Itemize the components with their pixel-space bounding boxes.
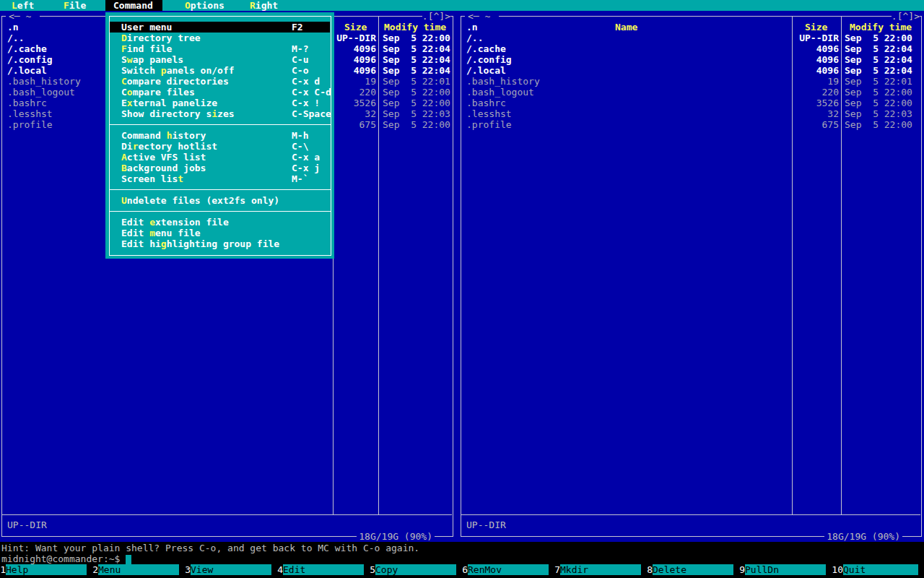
- menu-item-edit-menu-file[interactable]: Edit menu file: [110, 228, 330, 238]
- menubar-item-right[interactable]: Right: [250, 0, 278, 11]
- menu-item-label: Switch panels on/off: [121, 65, 235, 76]
- hotkey-letter: C: [121, 76, 127, 87]
- file-name[interactable]: /.config: [7, 54, 53, 65]
- fkey-button-9[interactable]: 9PullDn: [739, 564, 832, 575]
- menu-item-screen-list[interactable]: Screen listM-`: [110, 173, 330, 184]
- file-name[interactable]: /.config: [466, 54, 512, 65]
- file-name[interactable]: .bashrc: [466, 98, 506, 108]
- file-name[interactable]: /.cache: [7, 43, 47, 54]
- file-mtime: Sep 5 22:00: [383, 119, 450, 130]
- fkey-button-1[interactable]: 1Help: [0, 564, 92, 575]
- panel-scroll-marker[interactable]: .[^]>: [422, 11, 450, 22]
- command-menu-dropdown: User menuF2Directory treeFind fileM-?Swa…: [105, 12, 334, 259]
- menu-item-switch-panels-on-off[interactable]: Switch panels on/offC-o: [110, 65, 330, 76]
- column-header-size[interactable]: Size: [805, 22, 827, 33]
- column-header-mtime[interactable]: Modify time: [850, 22, 912, 33]
- menu-item-undelete-files-ext2fs-only[interactable]: Undelete files (ext2fs only): [110, 195, 330, 206]
- file-name[interactable]: .bash_logout: [466, 87, 534, 98]
- menu-item-background-jobs[interactable]: Background jobsC-x j: [110, 163, 330, 173]
- menu-item-directory-tree[interactable]: Directory tree: [110, 33, 330, 43]
- fkey-button-4[interactable]: 4Edit: [277, 564, 370, 575]
- fkey-label: Help: [6, 564, 87, 575]
- menubar-item-options[interactable]: Options: [185, 0, 225, 11]
- hotkey-letter: x: [127, 98, 133, 108]
- menubar-item-left[interactable]: Left: [12, 0, 34, 11]
- file-mtime: Sep 5 22:04: [383, 65, 450, 76]
- file-size: 19: [738, 76, 839, 87]
- menubar-item-file[interactable]: File: [64, 0, 86, 11]
- file-name[interactable]: .bash_history: [7, 76, 81, 87]
- menu-item-active-vfs-list[interactable]: Active VFS listC-x a: [110, 152, 330, 163]
- menubar-item-command[interactable]: Command: [105, 0, 162, 11]
- fkey-button-6[interactable]: 6RenMov: [462, 564, 554, 575]
- fkey-label: View: [191, 564, 271, 575]
- fkey-number: 5: [370, 564, 375, 575]
- mc-screen: <─ ~ .[^]>.nNameSizeModify time/..UP--DI…: [0, 0, 924, 578]
- file-name[interactable]: /.cache: [466, 43, 506, 54]
- text-cursor[interactable]: [126, 555, 131, 564]
- fkey-number: 6: [462, 564, 468, 575]
- menu-item-label: Edit menu file: [121, 228, 201, 238]
- menu-item-label: User menu: [121, 22, 172, 33]
- menu-item-compare-files[interactable]: Compare filesC-x C-d: [110, 87, 330, 98]
- fkey-button-3[interactable]: 3View: [185, 564, 277, 575]
- menu-item-shortcut: C-\: [292, 141, 308, 152]
- fkey-number: 10: [832, 564, 843, 575]
- column-header-name[interactable]: Name: [615, 22, 637, 33]
- file-mtime: Sep 5 22:00: [845, 33, 912, 43]
- menu-item-show-directory-sizes[interactable]: Show directory sizesC-Space: [110, 108, 330, 119]
- menu-item-edit-highlighting-group-file[interactable]: Edit highlighting group file: [110, 238, 330, 249]
- panel-scroll-marker[interactable]: .[^]>: [892, 11, 920, 22]
- hotkey-letter: O: [185, 0, 191, 11]
- function-key-bar: 1Help2Menu3View4Edit5Copy6RenMov7Mkdir8D…: [0, 564, 924, 575]
- shell-command-line[interactable]: midnight@commander:~$: [1, 553, 131, 564]
- hotkey-letter: D: [121, 33, 127, 43]
- fkey-button-10[interactable]: 10Quit: [832, 564, 924, 575]
- file-name[interactable]: .bash_history: [466, 76, 540, 87]
- file-size: 675: [738, 119, 839, 130]
- fkey-label: PullDn: [745, 564, 826, 575]
- file-name[interactable]: .lesshst: [466, 108, 512, 119]
- menu-item-swap-panels[interactable]: Swap panelsC-u: [110, 54, 330, 65]
- menu-item-external-panelize[interactable]: External panelizeC-x !: [110, 98, 330, 108]
- hotkey-letter: t: [178, 173, 183, 184]
- file-name[interactable]: .profile: [7, 119, 53, 130]
- hotkey-letter: L: [12, 0, 17, 11]
- menu-item-compare-directories[interactable]: Compare directoriesC-x d: [110, 76, 330, 87]
- hotkey-letter: R: [250, 0, 256, 11]
- file-name[interactable]: .bash_logout: [7, 87, 75, 98]
- sort-indicator: .n: [466, 22, 478, 33]
- fkey-button-2[interactable]: 2Menu: [92, 564, 185, 575]
- file-name[interactable]: /..: [7, 33, 24, 43]
- fkey-label: Copy: [375, 564, 456, 575]
- menu-item-find-file[interactable]: Find fileM-?: [110, 43, 330, 54]
- menu-bar: LeftFileCommandOptionsRight: [0, 0, 924, 11]
- menu-item-label: Swap panels: [121, 54, 183, 65]
- menu-item-directory-hotlist[interactable]: Directory hotlistC-\: [110, 141, 330, 152]
- menu-item-label: Compare files: [121, 87, 195, 98]
- file-name[interactable]: /.local: [466, 65, 506, 76]
- menu-item-label: Show directory sizes: [121, 108, 235, 119]
- menu-item-label: Screen list: [121, 173, 183, 184]
- panel-path-left[interactable]: <─ ~: [6, 11, 40, 22]
- file-name[interactable]: /.local: [7, 65, 47, 76]
- file-size: 4096: [738, 54, 839, 65]
- hotkey-letter: p: [161, 65, 167, 76]
- file-name[interactable]: /..: [466, 33, 483, 43]
- column-header-size[interactable]: Size: [344, 22, 367, 33]
- column-header-mtime[interactable]: Modify time: [384, 22, 446, 33]
- hotkey-letter: h: [167, 130, 173, 141]
- fkey-button-8[interactable]: 8Delete: [647, 564, 739, 575]
- menu-item-user-menu[interactable]: User menuF2: [110, 22, 330, 33]
- menu-item-command-history[interactable]: Command historyM-h: [110, 130, 330, 141]
- menu-item-shortcut: M-h: [292, 130, 308, 141]
- file-name[interactable]: .lesshst: [7, 108, 53, 119]
- fkey-button-5[interactable]: 5Copy: [370, 564, 462, 575]
- file-name[interactable]: .bashrc: [7, 98, 47, 108]
- file-name[interactable]: .profile: [466, 119, 512, 130]
- fkey-button-7[interactable]: 7Mkdir: [554, 564, 647, 575]
- menu-item-edit-extension-file[interactable]: Edit extension file: [110, 217, 330, 228]
- panel-path-right[interactable]: <─ ~: [465, 11, 499, 22]
- menu-item-label: Background jobs: [121, 163, 206, 173]
- hotkey-letter: B: [121, 163, 127, 173]
